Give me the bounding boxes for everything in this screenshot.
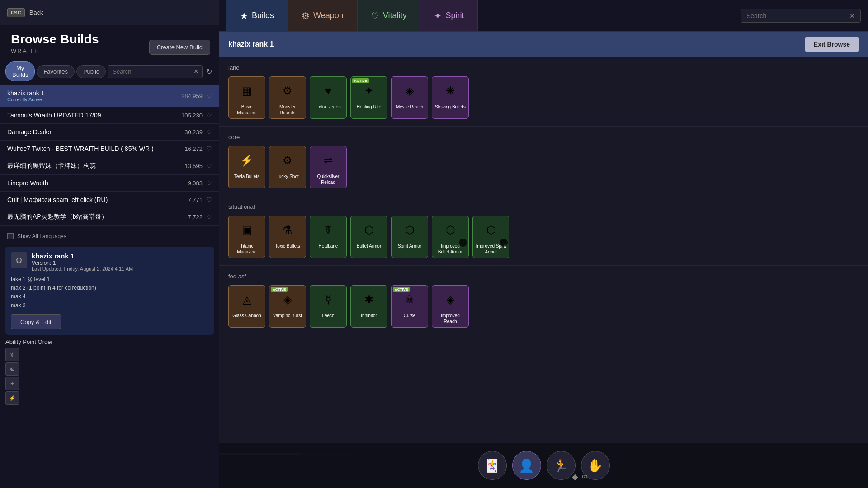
active-badge: ACTIVE: [271, 287, 288, 292]
item-card[interactable]: 🛡⬡Improved Bullet Armor: [432, 216, 469, 258]
item-card[interactable]: ACTIVE✦Healing Rite: [350, 76, 387, 119]
search-input[interactable]: [108, 65, 203, 78]
items-grid-core: ⚡Tesla Bullets⚙Lucky Shot⇌Quicksilver Re…: [228, 146, 859, 188]
item-name-label: Glass Cannon: [232, 313, 261, 319]
heart-icon[interactable]: ♡: [206, 179, 212, 187]
nav-tab-vitality-label: Vitality: [383, 11, 407, 20]
item-card[interactable]: ▣Titanic Magazine: [228, 216, 265, 258]
item-card[interactable]: ⚗Toxic Bullets: [269, 216, 306, 258]
nav-tab-spirit[interactable]: ✦ Spirit: [420, 0, 478, 31]
item-card[interactable]: ACTIVE◈Vampiric Burst: [269, 285, 306, 328]
items-grid-fed: ◬Glass CannonACTIVE◈Vampiric Burst☿Leech…: [228, 285, 859, 328]
build-detail-header: ⚙ khazix rank 1 Version: 1 Last Updated:…: [11, 252, 208, 272]
builds-icon: ★: [240, 10, 248, 21]
build-item-count: 13,595: [184, 163, 203, 169]
item-name-label: Slowing Bullets: [435, 104, 466, 110]
build-detail-card: ⚙ khazix rank 1 Version: 1 Last Updated:…: [5, 247, 214, 335]
build-item-name: Cult | Мафиози spam left click (RU): [7, 196, 108, 203]
item-card[interactable]: ⚙Monster Rounds: [269, 76, 306, 119]
shield-overlay-icon: 🛡: [500, 239, 508, 247]
build-item-name: Wulfee7 Twitch - BEST WRAITH BUILD ( 85%…: [7, 145, 154, 152]
build-item-count: 7,771: [188, 197, 203, 203]
ability-icon-row-4: ⚡: [5, 391, 214, 405]
heart-icon[interactable]: ♡: [206, 128, 212, 136]
create-new-build-button[interactable]: Create New Build: [149, 40, 210, 55]
nav-tab-vitality[interactable]: ♡ Vitality: [358, 0, 421, 31]
item-card[interactable]: ⚡Tesla Bullets: [228, 146, 265, 188]
shield-overlay-icon: 🛡: [459, 239, 467, 247]
item-name-label: Healbane: [319, 243, 338, 249]
build-list-item[interactable]: Cult | Мафиози spam left click (RU) 7,77…: [0, 192, 219, 208]
section-label-lane: lane: [228, 64, 859, 71]
public-tab[interactable]: Public: [76, 65, 106, 78]
item-card[interactable]: ◬Glass Cannon: [228, 285, 265, 328]
refresh-button[interactable]: ↻: [204, 66, 214, 78]
build-list-item[interactable]: Linepro Wraith 9,083 ♡: [0, 175, 219, 192]
heart-icon[interactable]: ♡: [206, 112, 212, 119]
item-card[interactable]: ◈Improved Reach: [432, 285, 469, 328]
item-card[interactable]: ✱Inhibitor: [350, 285, 387, 328]
my-builds-tab[interactable]: My Builds: [5, 61, 35, 81]
item-card[interactable]: ❋Slowing Bullets: [432, 76, 469, 119]
item-name-label: Vampiric Burst: [273, 313, 302, 319]
item-card[interactable]: ☤Healbane: [310, 216, 347, 258]
heart-icon[interactable]: ♡: [206, 162, 212, 169]
build-list-item[interactable]: Wulfee7 Twitch - BEST WRAITH BUILD ( 85%…: [0, 141, 219, 157]
heart-icon[interactable]: ♡: [206, 92, 212, 99]
build-list-item[interactable]: Damage Dealer 30,239 ♡: [0, 124, 219, 141]
item-card[interactable]: ♥Extra Regen: [310, 76, 347, 119]
search-right-input[interactable]: [746, 12, 846, 19]
back-button[interactable]: Back: [29, 9, 43, 16]
build-list-item[interactable]: 最详细的黑帮妹（卡牌妹）构筑 13,595 ♡: [0, 157, 219, 175]
item-icon: ⚙: [276, 80, 299, 102]
search-clear-icon[interactable]: ✕: [193, 68, 199, 75]
build-list-item[interactable]: Vaxitylol's Gun Wraith 3.0 Updated 9/15 …: [0, 226, 219, 230]
item-name-label: Curse: [404, 313, 416, 319]
build-item-right: 284,959 ♡: [181, 92, 212, 99]
item-icon: ♥: [317, 80, 340, 102]
item-card[interactable]: ▦Basic Magazine: [228, 76, 265, 119]
search-right: ✕: [741, 9, 861, 23]
item-icon: ⬡: [480, 219, 502, 241]
item-name-label: Leech: [322, 313, 334, 319]
nav-tab-weapon[interactable]: ⚙ Weapon: [288, 0, 358, 31]
item-card[interactable]: ◈Mystic Reach: [391, 76, 428, 119]
item-card[interactable]: ⇌Quicksilver Reload: [310, 146, 347, 188]
bottom-icon-1[interactable]: 🃏: [478, 451, 507, 480]
item-name-label: Quicksilver Reload: [313, 174, 344, 185]
build-item-count: 9,083: [188, 180, 203, 187]
favorites-tab[interactable]: Favorites: [37, 65, 74, 78]
item-icon: ◈: [398, 80, 421, 102]
item-name-label: Mystic Reach: [396, 104, 423, 110]
heart-icon[interactable]: ♡: [206, 196, 212, 203]
search-right-clear-icon[interactable]: ✕: [849, 12, 855, 19]
build-list-item[interactable]: Taimou's Wraith UPDATED 17/09 105,230 ♡: [0, 107, 219, 124]
item-icon: ⬡: [439, 219, 462, 241]
copy-edit-button[interactable]: Copy & Edit: [11, 314, 61, 329]
ability-icon-row-3: ✦: [5, 377, 214, 390]
show-all-languages-row: Show All Languages: [0, 230, 219, 243]
section-label-core: core: [228, 134, 859, 141]
show-all-languages-checkbox[interactable]: [7, 233, 14, 239]
nav-tab-builds[interactable]: ★ Builds: [226, 0, 288, 31]
item-card[interactable]: ⚙Lucky Shot: [269, 146, 306, 188]
item-card[interactable]: ACTIVE☠Curse: [391, 285, 428, 328]
item-card[interactable]: ⬡Spirit Armor: [391, 216, 428, 258]
heart-icon[interactable]: ♡: [206, 145, 212, 152]
build-detail-name: khazix rank 1: [32, 252, 133, 260]
bottom-icon-2[interactable]: 👤: [512, 451, 541, 480]
esc-badge[interactable]: ESC: [7, 8, 25, 17]
item-card[interactable]: ☿Leech: [310, 285, 347, 328]
build-list-item[interactable]: 最无脑的AP灵魅教学（b站高谱哥） 7,722 ♡: [0, 208, 219, 226]
section-fed: fed asf◬Glass CannonACTIVE◈Vampiric Burs…: [219, 266, 868, 335]
ability-point-order-title: Ability Point Order: [5, 338, 214, 345]
bottom-icon-3[interactable]: 🏃: [547, 451, 576, 480]
item-card[interactable]: ⬡Bullet Armor: [350, 216, 387, 258]
item-name-label: Tesla Bullets: [234, 174, 259, 179]
heart-icon[interactable]: ♡: [206, 213, 212, 221]
build-list-item[interactable]: khazix rank 1 Currently Active 284,959 ♡: [0, 85, 219, 107]
nav-tab-spirit-label: Spirit: [445, 11, 464, 20]
ability-icon-4: ⚡: [5, 391, 19, 405]
exit-browse-button[interactable]: Exit Browse: [805, 37, 859, 52]
item-card[interactable]: 🛡⬡Improved Spirit Armor: [472, 216, 509, 258]
